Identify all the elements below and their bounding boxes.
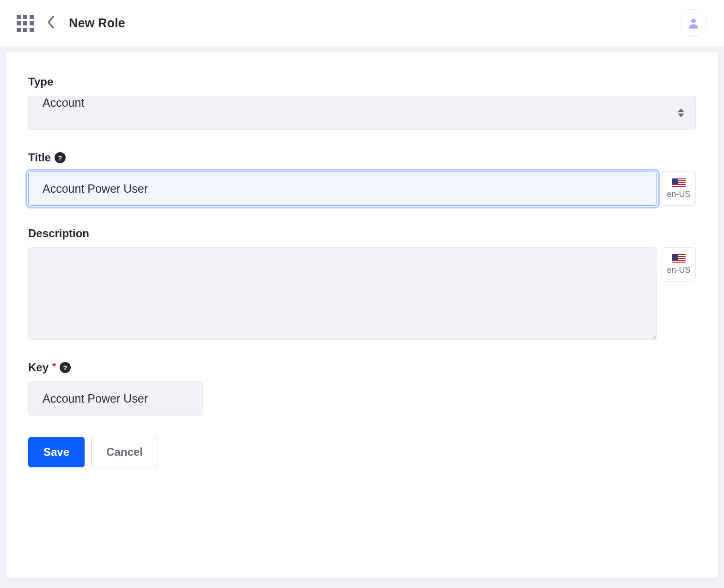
back-icon[interactable] (47, 15, 56, 31)
type-select[interactable]: Account (28, 96, 696, 130)
flag-us-icon (672, 178, 686, 188)
help-icon[interactable]: ? (55, 152, 66, 163)
svg-point-0 (691, 18, 696, 23)
user-avatar[interactable] (680, 9, 707, 37)
top-bar: New Role (0, 0, 724, 46)
flag-us-icon (672, 254, 686, 263)
help-icon[interactable]: ? (60, 362, 71, 373)
locale-button[interactable]: en-US (662, 247, 696, 282)
cancel-button[interactable]: Cancel (91, 437, 158, 467)
type-select-value: Account (43, 96, 84, 109)
type-label: Type (28, 75, 53, 88)
key-label: Key (28, 361, 49, 374)
title-label: Title (28, 151, 51, 164)
save-button[interactable]: Save (28, 437, 85, 467)
form-card: Type Account Title ? (6, 52, 718, 579)
user-icon (687, 17, 700, 30)
locale-text: en-US (667, 190, 690, 199)
locale-button[interactable]: en-US (662, 172, 696, 206)
page-title: New Role (69, 16, 125, 31)
key-input[interactable] (28, 381, 203, 416)
title-input[interactable] (28, 172, 657, 206)
required-indicator: * (52, 361, 56, 372)
apps-grid-icon[interactable] (17, 15, 34, 32)
description-textarea[interactable] (28, 247, 657, 340)
description-label: Description (28, 227, 89, 240)
locale-text: en-US (667, 265, 690, 275)
